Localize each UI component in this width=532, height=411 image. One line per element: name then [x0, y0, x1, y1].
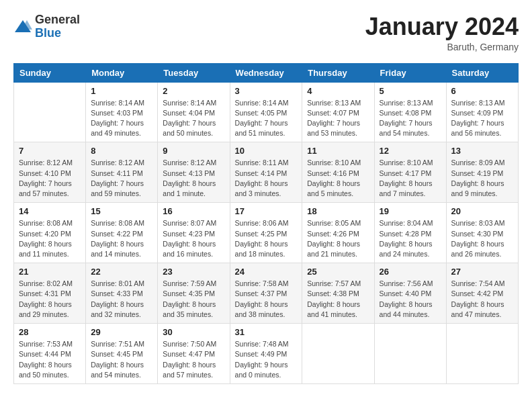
- column-header-saturday: Saturday: [446, 63, 518, 82]
- day-number: 4: [307, 86, 369, 96]
- day-number: 10: [235, 146, 298, 156]
- day-info: Sunrise: 7:50 AMSunset: 4:47 PMDaylight:…: [163, 339, 224, 380]
- column-header-friday: Friday: [374, 63, 446, 82]
- day-info: Sunrise: 7:57 AMSunset: 4:38 PMDaylight:…: [307, 279, 369, 320]
- column-header-tuesday: Tuesday: [158, 63, 230, 82]
- logo-icon: [13, 17, 32, 36]
- day-info: Sunrise: 7:58 AMSunset: 4:37 PMDaylight:…: [235, 279, 298, 320]
- calendar-cell: 13Sunrise: 8:09 AMSunset: 4:19 PMDayligh…: [446, 142, 518, 203]
- calendar-cell: [302, 324, 374, 384]
- month-title: January 2024: [365, 13, 519, 40]
- day-number: 12: [380, 146, 441, 156]
- calendar-cell: 18Sunrise: 8:05 AMSunset: 4:26 PMDayligh…: [302, 203, 374, 263]
- day-info: Sunrise: 8:12 AMSunset: 4:11 PMDaylight:…: [91, 158, 152, 199]
- calendar-cell: 21Sunrise: 8:02 AMSunset: 4:31 PMDayligh…: [14, 263, 86, 324]
- day-info: Sunrise: 7:48 AMSunset: 4:49 PMDaylight:…: [235, 339, 298, 380]
- day-number: 8: [91, 146, 152, 156]
- calendar-cell: 8Sunrise: 8:12 AMSunset: 4:11 PMDaylight…: [86, 142, 158, 203]
- calendar-cell: 17Sunrise: 8:06 AMSunset: 4:25 PMDayligh…: [230, 203, 302, 263]
- calendar-cell: 27Sunrise: 7:54 AMSunset: 4:42 PMDayligh…: [446, 263, 518, 324]
- calendar-cell: 20Sunrise: 8:03 AMSunset: 4:30 PMDayligh…: [446, 203, 518, 263]
- day-number: 13: [451, 146, 513, 156]
- day-info: Sunrise: 8:14 AMSunset: 4:05 PMDaylight:…: [235, 98, 298, 139]
- day-info: Sunrise: 8:12 AMSunset: 4:10 PMDaylight:…: [19, 158, 81, 199]
- calendar-cell: [14, 82, 86, 142]
- column-header-thursday: Thursday: [302, 63, 374, 82]
- calendar-week-row: 14Sunrise: 8:08 AMSunset: 4:20 PMDayligh…: [14, 203, 519, 263]
- calendar-week-row: 21Sunrise: 8:02 AMSunset: 4:31 PMDayligh…: [14, 263, 519, 324]
- day-info: Sunrise: 8:08 AMSunset: 4:20 PMDaylight:…: [19, 218, 81, 259]
- day-info: Sunrise: 8:06 AMSunset: 4:25 PMDaylight:…: [235, 218, 298, 259]
- day-number: 31: [235, 327, 298, 337]
- logo: General Blue: [13, 13, 80, 40]
- day-info: Sunrise: 7:54 AMSunset: 4:42 PMDaylight:…: [451, 279, 513, 320]
- day-info: Sunrise: 8:13 AMSunset: 4:08 PMDaylight:…: [380, 98, 441, 139]
- calendar-cell: 22Sunrise: 8:01 AMSunset: 4:33 PMDayligh…: [86, 263, 158, 324]
- logo-general-text: General: [35, 13, 80, 26]
- calendar-week-row: 1Sunrise: 8:14 AMSunset: 4:03 PMDaylight…: [14, 82, 519, 142]
- day-number: 15: [91, 206, 152, 216]
- day-number: 9: [163, 146, 224, 156]
- calendar-cell: 26Sunrise: 7:56 AMSunset: 4:40 PMDayligh…: [374, 263, 446, 324]
- calendar-cell: 4Sunrise: 8:13 AMSunset: 4:07 PMDaylight…: [302, 82, 374, 142]
- day-number: 30: [163, 327, 224, 337]
- calendar-cell: 19Sunrise: 8:04 AMSunset: 4:28 PMDayligh…: [374, 203, 446, 263]
- day-info: Sunrise: 7:53 AMSunset: 4:44 PMDaylight:…: [19, 339, 81, 380]
- day-info: Sunrise: 7:56 AMSunset: 4:40 PMDaylight:…: [380, 279, 441, 320]
- calendar-week-row: 7Sunrise: 8:12 AMSunset: 4:10 PMDaylight…: [14, 142, 519, 203]
- location-subtitle: Baruth, Germany: [365, 42, 519, 52]
- day-number: 22: [91, 267, 152, 277]
- calendar-cell: [446, 324, 518, 384]
- day-info: Sunrise: 8:08 AMSunset: 4:22 PMDaylight:…: [91, 218, 152, 259]
- day-number: 29: [91, 327, 152, 337]
- calendar-cell: 2Sunrise: 8:14 AMSunset: 4:04 PMDaylight…: [158, 82, 230, 142]
- day-info: Sunrise: 8:14 AMSunset: 4:04 PMDaylight:…: [163, 98, 224, 139]
- day-number: 24: [235, 267, 298, 277]
- calendar-cell: 1Sunrise: 8:14 AMSunset: 4:03 PMDaylight…: [86, 82, 158, 142]
- day-info: Sunrise: 8:11 AMSunset: 4:14 PMDaylight:…: [235, 158, 298, 199]
- calendar-cell: 24Sunrise: 7:58 AMSunset: 4:37 PMDayligh…: [230, 263, 302, 324]
- calendar-cell: 23Sunrise: 7:59 AMSunset: 4:35 PMDayligh…: [158, 263, 230, 324]
- day-number: 19: [380, 206, 441, 216]
- calendar-cell: 31Sunrise: 7:48 AMSunset: 4:49 PMDayligh…: [230, 324, 302, 384]
- title-block: January 2024 Baruth, Germany: [365, 13, 519, 52]
- day-number: 2: [163, 86, 224, 96]
- day-number: 6: [451, 86, 513, 96]
- day-info: Sunrise: 7:59 AMSunset: 4:35 PMDaylight:…: [163, 279, 224, 320]
- day-info: Sunrise: 8:02 AMSunset: 4:31 PMDaylight:…: [19, 279, 81, 320]
- column-header-sunday: Sunday: [14, 63, 86, 82]
- day-info: Sunrise: 8:10 AMSunset: 4:17 PMDaylight:…: [380, 158, 441, 199]
- day-number: 26: [380, 267, 441, 277]
- day-info: Sunrise: 8:14 AMSunset: 4:03 PMDaylight:…: [91, 98, 152, 139]
- day-info: Sunrise: 8:13 AMSunset: 4:09 PMDaylight:…: [451, 98, 513, 139]
- day-number: 23: [163, 267, 224, 277]
- calendar-cell: 25Sunrise: 7:57 AMSunset: 4:38 PMDayligh…: [302, 263, 374, 324]
- day-info: Sunrise: 8:09 AMSunset: 4:19 PMDaylight:…: [451, 158, 513, 199]
- day-info: Sunrise: 8:13 AMSunset: 4:07 PMDaylight:…: [307, 98, 369, 139]
- day-number: 25: [307, 267, 369, 277]
- day-number: 14: [19, 206, 81, 216]
- day-info: Sunrise: 8:04 AMSunset: 4:28 PMDaylight:…: [380, 218, 441, 259]
- calendar-table: SundayMondayTuesdayWednesdayThursdayFrid…: [13, 63, 519, 384]
- day-info: Sunrise: 8:01 AMSunset: 4:33 PMDaylight:…: [91, 279, 152, 320]
- calendar-cell: 12Sunrise: 8:10 AMSunset: 4:17 PMDayligh…: [374, 142, 446, 203]
- calendar-cell: 14Sunrise: 8:08 AMSunset: 4:20 PMDayligh…: [14, 203, 86, 263]
- calendar-cell: 16Sunrise: 8:07 AMSunset: 4:23 PMDayligh…: [158, 203, 230, 263]
- calendar-cell: 9Sunrise: 8:12 AMSunset: 4:13 PMDaylight…: [158, 142, 230, 203]
- column-header-wednesday: Wednesday: [230, 63, 302, 82]
- day-info: Sunrise: 8:10 AMSunset: 4:16 PMDaylight:…: [307, 158, 369, 199]
- day-number: 17: [235, 206, 298, 216]
- day-number: 20: [451, 206, 513, 216]
- day-number: 27: [451, 267, 513, 277]
- day-number: 16: [163, 206, 224, 216]
- calendar-week-row: 28Sunrise: 7:53 AMSunset: 4:44 PMDayligh…: [14, 324, 519, 384]
- day-number: 1: [91, 86, 152, 96]
- calendar-cell: 6Sunrise: 8:13 AMSunset: 4:09 PMDaylight…: [446, 82, 518, 142]
- calendar-cell: 28Sunrise: 7:53 AMSunset: 4:44 PMDayligh…: [14, 324, 86, 384]
- calendar-cell: 3Sunrise: 8:14 AMSunset: 4:05 PMDaylight…: [230, 82, 302, 142]
- day-info: Sunrise: 7:51 AMSunset: 4:45 PMDaylight:…: [91, 339, 152, 380]
- calendar-header-row: SundayMondayTuesdayWednesdayThursdayFrid…: [14, 63, 519, 82]
- day-info: Sunrise: 8:07 AMSunset: 4:23 PMDaylight:…: [163, 218, 224, 259]
- calendar-cell: [374, 324, 446, 384]
- day-info: Sunrise: 8:05 AMSunset: 4:26 PMDaylight:…: [307, 218, 369, 259]
